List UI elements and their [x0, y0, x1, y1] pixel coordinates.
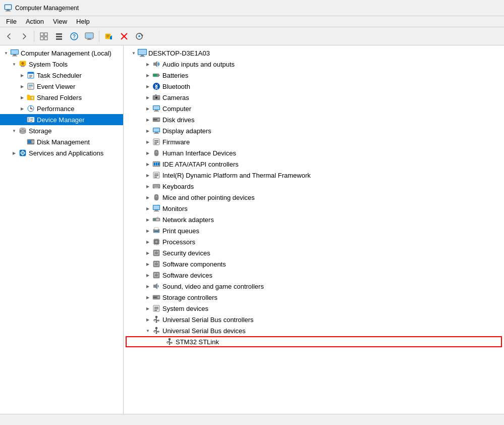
right-item-display-adapters[interactable]: Display adapters: [124, 125, 504, 136]
label-keyboards: Keyboards: [162, 183, 194, 190]
arrow-desktop: [130, 49, 138, 57]
arrow-sound-video: [144, 282, 152, 290]
svg-rect-142: [154, 228, 158, 230]
tree-item-device-manager[interactable]: Device Manager: [0, 114, 123, 125]
icon-disk-management: [26, 137, 35, 146]
right-item-network-adapters[interactable]: Network adapters: [124, 214, 504, 225]
label-software-devices: Software devices: [162, 272, 212, 279]
svg-point-65: [32, 141, 33, 142]
svg-rect-78: [153, 63, 155, 66]
right-item-ide-ata[interactable]: IDE ATA/ATAPI controllers: [124, 158, 504, 170]
help-button[interactable]: ?: [67, 29, 81, 43]
right-item-audio[interactable]: Audio inputs and outputs: [124, 59, 504, 70]
right-item-bluetooth[interactable]: Bluetooth: [124, 81, 504, 92]
tree-item-disk-management[interactable]: Disk Management: [0, 136, 123, 147]
menu-view[interactable]: View: [49, 17, 71, 26]
icon-batteries: [152, 71, 161, 80]
svg-rect-171: [155, 274, 158, 277]
right-item-human-interface[interactable]: Human Interface Devices: [124, 147, 504, 158]
arrow-mice: [144, 193, 152, 201]
right-item-software-components[interactable]: Software components: [124, 258, 504, 270]
svg-rect-112: [156, 163, 157, 166]
left-panel: Computer Management (Local) System Tools: [0, 45, 124, 414]
icon-display-adapters: [152, 126, 161, 135]
arrow-shared-folders: [18, 93, 26, 101]
svg-rect-132: [153, 205, 159, 209]
arrow-storage-controllers: [144, 293, 152, 301]
right-panel: DESKTOP-D3E1A03 Audio inputs and outputs: [124, 45, 504, 414]
svg-rect-102: [154, 140, 158, 141]
view-button[interactable]: [37, 29, 51, 43]
list-view-button[interactable]: [52, 29, 66, 43]
tree-item-system-tools[interactable]: System Tools: [0, 59, 123, 70]
icon-software-devices: [152, 271, 161, 280]
svg-rect-55: [30, 118, 33, 119]
menu-help[interactable]: Help: [72, 17, 94, 26]
right-item-usb-devices[interactable]: Universal Serial Bus devices: [124, 325, 504, 336]
svg-rect-90: [155, 110, 158, 111]
icon-bluetooth: [152, 82, 161, 91]
svg-rect-44: [29, 88, 31, 88]
right-item-storage-controllers[interactable]: Storage controllers: [124, 292, 504, 303]
icon-intel-dynamic: [152, 171, 161, 180]
label-security-devices: Security devices: [162, 249, 210, 257]
refresh-button[interactable]: [132, 29, 146, 43]
svg-point-85: [156, 97, 157, 98]
right-item-computer[interactable]: Computer: [124, 103, 504, 114]
right-item-usb-controllers[interactable]: Universal Serial Bus controllers: [124, 314, 504, 325]
delete-button[interactable]: [117, 29, 131, 43]
right-item-intel-dynamic[interactable]: Intel(R) Dynamic Platform and Thermal Fr…: [124, 170, 504, 181]
right-item-software-devices[interactable]: Software devices: [124, 270, 504, 281]
back-button[interactable]: [2, 29, 16, 43]
right-item-processors[interactable]: Processors: [124, 236, 504, 247]
icon-processors: [152, 237, 161, 246]
arrow-software-components: [144, 260, 152, 268]
label-network-adapters: Network adapters: [162, 216, 214, 224]
add-button[interactable]: [102, 29, 116, 43]
right-item-firmware[interactable]: Firmware: [124, 136, 504, 147]
right-item-keyboards[interactable]: Keyboards: [124, 181, 504, 192]
tree-item-storage[interactable]: Storage: [0, 125, 123, 136]
icon-firmware: [152, 137, 161, 146]
right-item-security-devices[interactable]: Security devices: [124, 247, 504, 258]
svg-rect-116: [154, 175, 158, 176]
icon-usb-devices: [152, 326, 161, 335]
tree-item-event-viewer[interactable]: Event Viewer: [0, 81, 123, 92]
svg-point-69: [22, 152, 23, 153]
tree-item-task-scheduler[interactable]: Task Scheduler: [0, 70, 123, 81]
svg-rect-138: [156, 219, 159, 221]
computer-view-button[interactable]: [82, 29, 96, 43]
svg-rect-143: [154, 231, 158, 232]
svg-rect-19: [106, 36, 109, 36]
menu-file[interactable]: File: [2, 17, 21, 26]
svg-rect-133: [155, 210, 158, 211]
svg-rect-1: [7, 10, 10, 11]
right-item-stm32-stlink[interactable]: STM32 STLink: [126, 336, 502, 347]
icon-shared-folders: [26, 93, 35, 102]
right-item-sound-video[interactable]: Sound, video and game controllers: [124, 281, 504, 292]
right-item-monitors[interactable]: Monitors: [124, 203, 504, 214]
right-item-batteries[interactable]: Batteries: [124, 70, 504, 81]
tree-item-services-apps[interactable]: Services and Applications: [0, 147, 123, 158]
right-item-desktop[interactable]: DESKTOP-D3E1A03: [124, 47, 504, 59]
arrow-usb-devices: [144, 327, 152, 335]
tree-item-shared-folders[interactable]: Shared Folders: [0, 92, 123, 103]
forward-button[interactable]: [17, 29, 31, 43]
label-computer: Computer: [162, 105, 191, 113]
icon-services-apps: [18, 148, 27, 157]
tree-item-performance[interactable]: Performance: [0, 103, 123, 114]
right-item-system-devices[interactable]: System devices: [124, 303, 504, 314]
tree-item-computer-mgmt[interactable]: Computer Management (Local): [0, 47, 123, 59]
svg-point-188: [156, 322, 157, 323]
right-item-cameras[interactable]: Cameras: [124, 92, 504, 103]
right-item-mice[interactable]: Mice and other pointing devices: [124, 192, 504, 203]
menu-action[interactable]: Action: [22, 17, 48, 26]
svg-rect-120: [155, 185, 156, 186]
right-item-disk-drives[interactable]: Disk drives: [124, 114, 504, 125]
icon-disk-drives: [152, 115, 161, 124]
svg-rect-5: [44, 33, 47, 36]
icon-security-devices: [152, 248, 161, 257]
right-item-print-queues[interactable]: Print queues: [124, 225, 504, 236]
svg-point-45: [31, 97, 33, 99]
svg-rect-20: [106, 37, 108, 37]
